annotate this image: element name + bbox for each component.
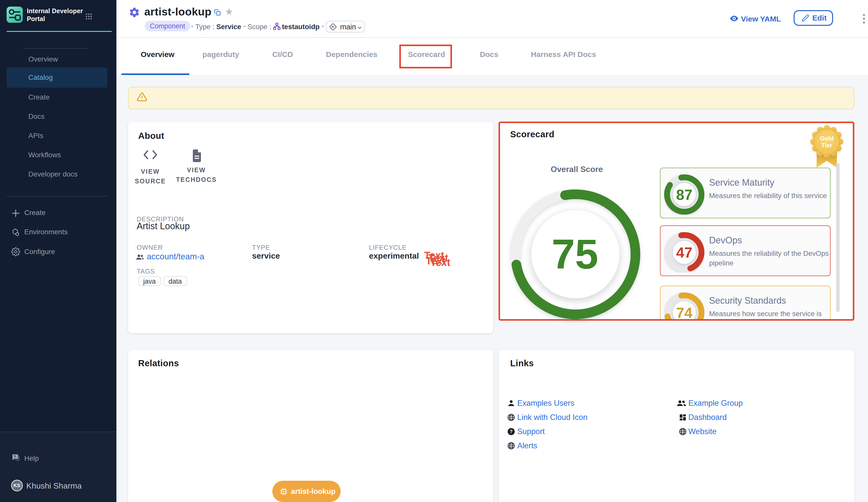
svg-text:Gold: Gold [820,135,834,142]
svg-text:?: ? [510,429,513,434]
svg-text:Tier: Tier [821,142,832,149]
svg-text:?: ? [14,455,16,459]
